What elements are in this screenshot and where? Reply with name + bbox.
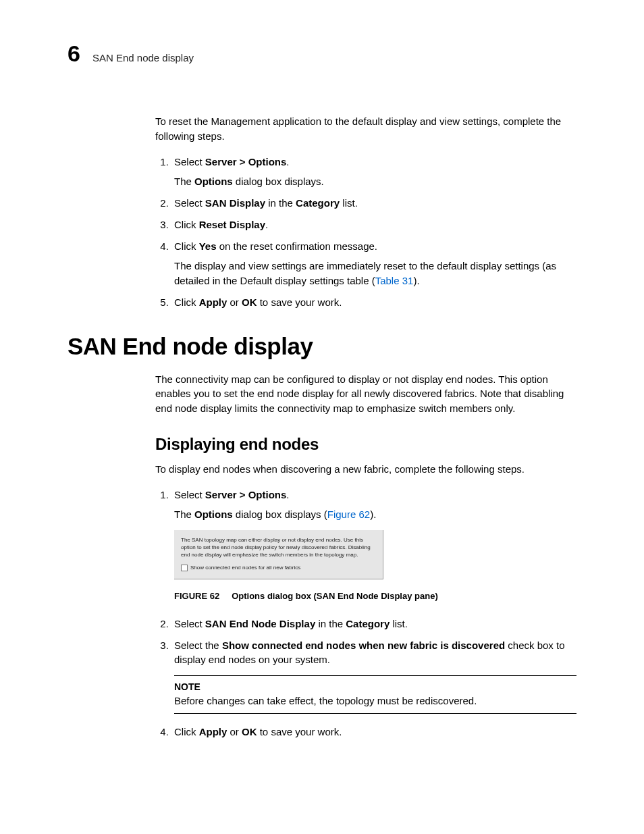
substep-text: dialog box displays. [233, 176, 324, 187]
chapter-number: 6 [68, 41, 80, 67]
step-text: Click [174, 726, 199, 737]
dialog-name: Options [194, 176, 233, 187]
menu-path: Server > Options [205, 156, 286, 167]
step-text: on the reset confirmation message. [217, 240, 377, 252]
step-text: to save your work. [257, 726, 342, 737]
button-name: Apply [199, 296, 227, 308]
step-3: Select the Show connected end nodes when… [171, 638, 576, 714]
running-header: 6 SAN End node display [68, 41, 576, 67]
subsection-paragraph: To display end nodes when discovering a … [155, 462, 576, 477]
table-link[interactable]: Table 31 [375, 275, 414, 286]
figure-caption: FIGURE 62Options dialog box (SAN End Nod… [174, 590, 576, 603]
substep: The Options dialog box displays. [174, 174, 576, 189]
step-text: list. [340, 197, 358, 209]
step-3: Click Reset Display. [171, 217, 576, 232]
substep-text: The [174, 176, 194, 187]
step-4: Click Apply or OK to save your work. [171, 725, 576, 739]
menu-path: Server > Options [205, 489, 286, 500]
substep-text: dialog box displays ( [233, 509, 327, 520]
step-text: list. [390, 618, 408, 629]
step-text: Select the [174, 640, 222, 651]
list-name: Category [346, 618, 390, 629]
step-text: in the [315, 618, 346, 629]
step-text: Select [174, 156, 205, 167]
step-1: Select Server > Options. The Options dia… [171, 155, 576, 190]
step-text: to save your work. [257, 296, 342, 308]
step-text: or [227, 726, 242, 737]
dialog-name: Options [194, 509, 233, 520]
substep-text: The [174, 509, 194, 520]
step-4: Click Yes on the reset confirmation mess… [171, 239, 576, 288]
button-name: Yes [199, 240, 217, 252]
figure-checkbox-row: Show connected end nodes for all new fab… [181, 564, 375, 572]
chapter-title: SAN End node display [92, 52, 194, 63]
substep-text: ). [370, 509, 376, 520]
step-text: in the [265, 197, 296, 209]
figure-body-text: The SAN topology map can either display … [181, 537, 375, 558]
step-text: Select [174, 197, 205, 209]
subsection-heading: Displaying end nodes [155, 435, 576, 454]
button-name: OK [242, 726, 257, 737]
figure-screenshot: The SAN topology map can either display … [174, 530, 383, 579]
substep: The display and view settings are immedi… [174, 259, 576, 288]
button-name: Apply [199, 726, 227, 737]
figure-checkbox-label: Show connected end nodes for all new fab… [190, 564, 300, 572]
substep-text: ). [413, 275, 419, 286]
step-text: Click [174, 219, 199, 230]
substep-text: The display and view settings are immedi… [174, 260, 556, 286]
intro-paragraph: To reset the Management application to t… [155, 114, 576, 144]
substep: The Options dialog box displays (Figure … [174, 507, 576, 522]
option-name: SAN Display [205, 197, 265, 209]
step-text: . [286, 156, 289, 167]
figure-link[interactable]: Figure 62 [327, 509, 370, 520]
step-text: Click [174, 240, 199, 252]
step-text: Select [174, 618, 205, 629]
note-label: NOTE [174, 680, 576, 694]
button-name: OK [242, 296, 257, 308]
figure-caption-text: Options dialog box (SAN End Node Display… [232, 591, 438, 601]
figure-label: FIGURE 62 [174, 591, 219, 601]
step-2: Select SAN Display in the Category list. [171, 196, 576, 211]
step-text: or [227, 296, 242, 308]
body: To reset the Management application to t… [155, 114, 576, 739]
step-5: Click Apply or OK to save your work. [171, 295, 576, 310]
button-name: Reset Display [199, 219, 265, 230]
note-text: Before changes can take effect, the topo… [174, 694, 576, 708]
option-name: SAN End Node Display [205, 618, 315, 629]
section-heading: SAN End node display [68, 333, 576, 360]
checkbox-name: Show connected end nodes when new fabric… [222, 640, 505, 651]
list-name: Category [296, 197, 340, 209]
page: 6 SAN End node display To reset the Mana… [0, 0, 644, 834]
step-1: Select Server > Options. The Options dia… [171, 488, 576, 603]
step-text: . [265, 219, 268, 230]
reset-steps-list: Select Server > Options. The Options dia… [155, 155, 576, 310]
step-text: . [286, 489, 289, 500]
display-steps-list: Select Server > Options. The Options dia… [155, 488, 576, 740]
step-text: Click [174, 296, 199, 308]
note-block: NOTE Before changes can take effect, the… [174, 675, 576, 714]
step-2: Select SAN End Node Display in the Categ… [171, 617, 576, 631]
checkbox-icon [181, 565, 188, 571]
section-paragraph: The connectivity map can be configured t… [155, 372, 576, 416]
step-text: Select [174, 489, 205, 500]
